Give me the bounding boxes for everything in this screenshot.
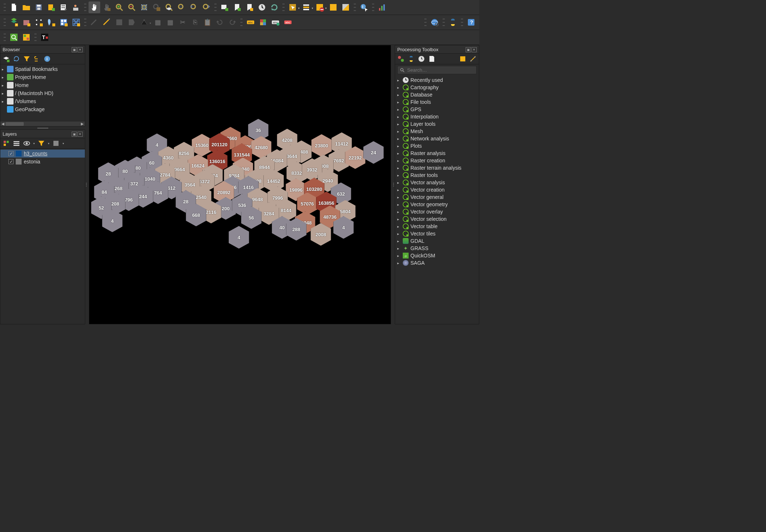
- osm-download-button[interactable]: [20, 31, 32, 43]
- toolbar-grip[interactable]: [3, 3, 7, 12]
- processing-group[interactable]: ▸Vector tiles: [395, 230, 479, 237]
- metasearch-button[interactable]: [429, 16, 440, 28]
- collapse-all-icon[interactable]: [33, 55, 41, 63]
- filter-legend-icon[interactable]: [38, 140, 45, 147]
- map-canvas[interactable]: 3679660420841536020112094596426802380011…: [89, 45, 391, 324]
- toolbar-grip[interactable]: [442, 18, 446, 27]
- expand-arrow-icon[interactable]: ▸: [397, 144, 401, 148]
- search-input[interactable]: [407, 67, 474, 73]
- properties-icon[interactable]: i: [44, 55, 51, 63]
- toolbar-grip[interactable]: [83, 3, 87, 12]
- expand-arrow-icon[interactable]: ▸: [2, 99, 5, 103]
- hex-cell[interactable]: 4: [229, 226, 249, 249]
- add-layer-icon[interactable]: [3, 55, 10, 63]
- trackable-button[interactable]: T: [39, 31, 50, 43]
- expand-arrow-icon[interactable]: ▸: [397, 151, 401, 155]
- browser-item[interactable]: ▸ Project Home: [0, 73, 85, 81]
- layers-tree[interactable]: ✓ h3_counts✓ estonia: [0, 149, 85, 324]
- toolbar-grip[interactable]: [371, 3, 375, 12]
- expand-arrow-icon[interactable]: ▸: [397, 166, 401, 170]
- close-icon[interactable]: ✕: [78, 132, 83, 137]
- dock-icon[interactable]: ▣: [466, 47, 471, 52]
- statistics-button[interactable]: [376, 1, 388, 13]
- expand-arrow-icon[interactable]: ▸: [397, 225, 401, 229]
- new-bookmark-button[interactable]: [231, 1, 243, 13]
- pan-to-selection-button[interactable]: [101, 1, 113, 13]
- expand-arrow-icon[interactable]: ▸: [2, 91, 5, 95]
- refresh-button[interactable]: [269, 1, 280, 13]
- select-features-dropdown[interactable]: [299, 5, 300, 10]
- show-label-button[interactable]: abc: [270, 16, 281, 28]
- toolbox-search[interactable]: [397, 66, 477, 74]
- processing-group[interactable]: ▸Raster terrain analysis: [395, 164, 479, 171]
- hide-label-button[interactable]: abc: [282, 16, 294, 28]
- browser-item[interactable]: ▸ Home: [0, 81, 85, 89]
- deselect-button[interactable]: [314, 1, 326, 13]
- zoom-in-button[interactable]: [113, 1, 125, 13]
- processing-group[interactable]: ▸Mesh: [395, 128, 479, 135]
- select-features-button[interactable]: [287, 1, 298, 13]
- expand-arrow-icon[interactable]: ▸: [397, 203, 401, 207]
- expand-arrow-icon[interactable]: ▸: [2, 83, 5, 87]
- style-manager-button[interactable]: [70, 1, 82, 13]
- save-project-button[interactable]: [33, 1, 45, 13]
- filter-icon[interactable]: [23, 55, 30, 63]
- expand-arrow-icon[interactable]: ▸: [397, 107, 401, 112]
- select-by-value-dropdown[interactable]: [313, 5, 313, 10]
- layout-manager-button[interactable]: [58, 1, 70, 13]
- processing-group[interactable]: ▸Layer tools: [395, 120, 479, 128]
- expand-arrow-icon[interactable]: ▸: [397, 86, 401, 90]
- new-project-button[interactable]: [8, 1, 20, 13]
- invert-selection-button[interactable]: [340, 1, 352, 13]
- hex-cell[interactable]: 23800: [311, 134, 332, 157]
- browser-hscroll[interactable]: ◀ ▶: [0, 121, 85, 126]
- expand-arrow-icon[interactable]: ▸: [397, 115, 401, 119]
- expand-arrow-icon[interactable]: ▸: [397, 210, 401, 214]
- processing-group[interactable]: ▸Plots: [395, 142, 479, 150]
- data-source-button[interactable]: +: [8, 16, 20, 28]
- dock-icon[interactable]: ▣: [72, 47, 77, 52]
- new-shapefile-button[interactable]: [33, 16, 45, 28]
- expand-arrow-icon[interactable]: ▸: [2, 67, 5, 71]
- bookmarks-button[interactable]: [244, 1, 255, 13]
- expand-arrow-icon[interactable]: ▸: [397, 254, 401, 258]
- browser-item[interactable]: ▸ / (Macintosh HD): [0, 89, 85, 97]
- expand-arrow-icon[interactable]: ▸: [397, 181, 401, 185]
- processing-group[interactable]: ▸Vector selection: [395, 215, 479, 223]
- zoom-out-button[interactable]: [126, 1, 138, 13]
- processing-group[interactable]: ▸Network analysis: [395, 135, 479, 142]
- style-icon[interactable]: [3, 140, 10, 147]
- toolbar-grip[interactable]: [460, 18, 464, 27]
- toolbar-grip[interactable]: [3, 33, 7, 42]
- processing-group[interactable]: ▸Raster analysis: [395, 150, 479, 157]
- layer-visibility-checkbox[interactable]: ✓: [8, 151, 14, 156]
- zoom-layer-button[interactable]: [163, 1, 175, 13]
- layers-panel-header[interactable]: Layers ▣✕: [0, 130, 85, 138]
- toolbox-python-icon[interactable]: [408, 55, 415, 63]
- browser-item[interactable]: GeoPackage: [0, 105, 85, 113]
- python-console-button[interactable]: [447, 16, 459, 28]
- left-splitter[interactable]: [85, 45, 87, 324]
- processing-group[interactable]: ▸GDAL: [395, 237, 479, 245]
- deselect-dropdown[interactable]: [326, 5, 327, 10]
- expand-arrow-icon[interactable]: ▸: [397, 129, 401, 133]
- new-mesh-layer-button[interactable]: [70, 16, 82, 28]
- expand-arrow-icon[interactable]: ▸: [397, 246, 401, 250]
- help-button[interactable]: ?: [465, 16, 477, 28]
- new-map-view-button[interactable]: [219, 1, 230, 13]
- expand-arrow-icon[interactable]: ▸: [397, 232, 401, 236]
- zoom-last-button[interactable]: [188, 1, 200, 13]
- pan-button[interactable]: [89, 1, 100, 13]
- close-icon[interactable]: ✕: [78, 47, 83, 52]
- browser-tree[interactable]: ▸ Spatial Bookmarks▸ Project Home▸ Home▸…: [0, 64, 85, 121]
- browser-panel-header[interactable]: Browser ▣✕: [0, 45, 85, 54]
- visibility-icon[interactable]: [23, 140, 30, 147]
- toolbox-options-icon[interactable]: [469, 55, 477, 63]
- layer-row[interactable]: ✓ h3_counts: [0, 150, 85, 158]
- processing-group[interactable]: ▸Vector general: [395, 193, 479, 201]
- toolbar-grip[interactable]: [424, 18, 427, 27]
- select-all-button[interactable]: [327, 1, 339, 13]
- expand-arrow-icon[interactable]: ▸: [397, 261, 401, 265]
- browser-item[interactable]: ▸ Spatial Bookmarks: [0, 65, 85, 73]
- new-geopackage-button[interactable]: [20, 16, 32, 28]
